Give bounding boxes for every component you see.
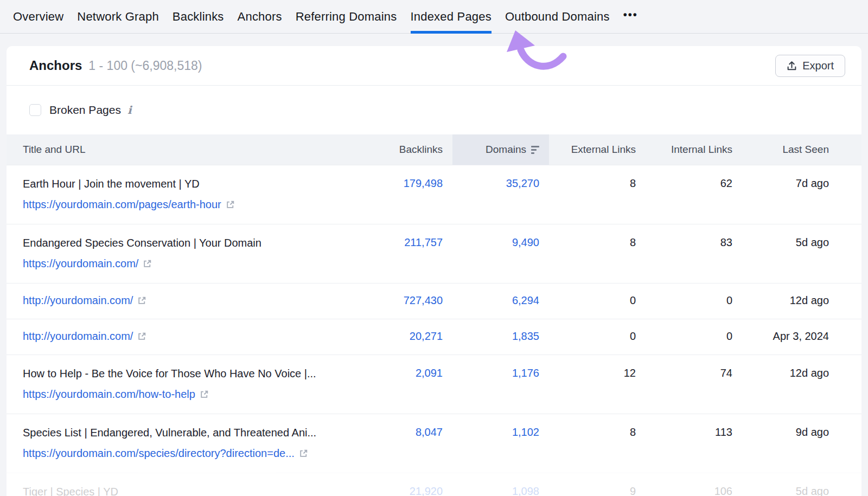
backlinks-cell: 8,047 (356, 426, 452, 460)
column-header-domains[interactable]: Domains (452, 134, 549, 165)
result-range-count: 1 - 100 (~6,908,518) (88, 59, 202, 73)
tab-overview[interactable]: Overview (13, 0, 63, 33)
page-title-text: Earth Hour | Join the movement | YD (23, 177, 356, 190)
backlinks-count-link[interactable]: 8,047 (416, 426, 443, 438)
backlinks-count-link[interactable]: 20,271 (410, 330, 443, 342)
page-url-link[interactable]: http://yourdomain.com/ (23, 330, 133, 342)
backlinks-count-link[interactable]: 211,757 (404, 236, 443, 248)
tab-outbound-domains[interactable]: Outbound Domains (505, 0, 610, 33)
title-url-cell: Species List | Endangered, Vulnerable, a… (7, 426, 356, 460)
sort-desc-icon (531, 146, 539, 154)
panel-header: Anchors 1 - 100 (~6,908,518) Export (7, 46, 861, 85)
external-links-cell: 8 (549, 426, 646, 460)
upload-icon (787, 61, 797, 71)
column-header-external-links[interactable]: External Links (549, 134, 646, 165)
page-title-text: Species List | Endangered, Vulnerable, a… (23, 426, 356, 439)
column-header-title-url[interactable]: Title and URL (7, 134, 356, 165)
backlinks-cell: 2,091 (356, 367, 452, 401)
column-header-last-seen[interactable]: Last Seen (742, 134, 839, 165)
table-row: http://yourdomain.com/ 727,430 6,294 0 0… (7, 283, 861, 319)
export-button-label: Export (802, 60, 834, 72)
backlinks-count-link[interactable]: 179,498 (404, 177, 443, 189)
backlinks-count-link[interactable]: 727,430 (404, 294, 443, 306)
page-url-link[interactable]: http://yourdomain.com/ (23, 294, 133, 306)
tab-backlinks[interactable]: Backlinks (173, 0, 224, 33)
table-row: http://yourdomain.com/ 20,271 1,835 0 0 … (7, 319, 861, 355)
backlinks-cell: 179,498 (356, 177, 452, 211)
backlinks-cell: 21,920 (356, 485, 452, 496)
backlinks-count-link[interactable]: 21,920 (410, 485, 443, 496)
domains-count-link[interactable]: 9,490 (512, 236, 539, 248)
page-url-link[interactable]: https://yourdomain.com/how-to-help (23, 388, 195, 400)
title-url-cell: http://yourdomain.com/ (7, 330, 356, 343)
internal-links-cell: 106 (646, 485, 742, 496)
internal-links-cell: 113 (646, 426, 742, 460)
domains-cell: 6,294 (452, 294, 549, 307)
column-header-domains-label: Domains (486, 144, 526, 156)
table-row: Species List | Endangered, Vulnerable, a… (7, 414, 861, 473)
external-link-icon[interactable] (299, 449, 308, 458)
title-url-cell: Endangered Species Conservation | Your D… (7, 236, 356, 270)
external-links-cell: 0 (549, 330, 646, 343)
page-url-link[interactable]: https://yourdomain.com/species/directory… (23, 447, 295, 459)
table-row: Tiger | Species | YD 21,920 1,098 9 106 … (7, 473, 861, 496)
page-title-text: How to Help - Be the Voice for Those Who… (23, 367, 356, 380)
column-header-internal-links[interactable]: Internal Links (646, 134, 742, 165)
tab-anchors[interactable]: Anchors (238, 0, 282, 33)
domains-cell: 1,102 (452, 426, 549, 460)
column-header-backlinks[interactable]: Backlinks (356, 134, 452, 165)
page-title: Anchors (29, 58, 82, 73)
domains-cell: 1,176 (452, 367, 549, 401)
domains-cell: 9,490 (452, 236, 549, 270)
info-icon[interactable]: i (127, 104, 132, 117)
page-url-link[interactable]: https://yourdomain.com/pages/earth-hour (23, 198, 221, 210)
title-url-cell: How to Help - Be the Voice for Those Who… (7, 367, 356, 401)
external-link-icon[interactable] (137, 332, 146, 341)
page-title-text: Endangered Species Conservation | Your D… (23, 236, 356, 249)
page-url-link[interactable]: https://yourdomain.com/ (23, 257, 138, 269)
external-links-cell: 0 (549, 294, 646, 307)
backlinks-cell: 20,271 (356, 330, 452, 343)
last-seen-cell: 9d ago (742, 426, 839, 460)
filter-bar: Broken Pages i (7, 86, 861, 134)
domains-count-link[interactable]: 6,294 (512, 294, 539, 306)
tab-network-graph[interactable]: Network Graph (77, 0, 159, 33)
last-seen-cell: 5d ago (742, 236, 839, 270)
last-seen-cell: 5d ago (742, 485, 839, 496)
internal-links-cell: 0 (646, 330, 742, 343)
external-link-icon[interactable] (226, 200, 235, 209)
last-seen-cell: Apr 3, 2024 (742, 330, 839, 343)
external-links-cell: 9 (549, 485, 646, 496)
tab-indexed-pages[interactable]: Indexed Pages (411, 0, 492, 33)
internal-links-cell: 74 (646, 367, 742, 401)
domains-count-link[interactable]: 1,835 (512, 330, 539, 342)
tab-referring-domains[interactable]: Referring Domains (296, 0, 397, 33)
backlinks-count-link[interactable]: 2,091 (416, 367, 443, 379)
backlinks-cell: 727,430 (356, 294, 452, 307)
report-tab-bar: Overview Network Graph Backlinks Anchors… (0, 0, 868, 34)
domains-cell: 1,835 (452, 330, 549, 343)
external-link-icon[interactable] (137, 296, 146, 305)
internal-links-cell: 83 (646, 236, 742, 270)
export-button[interactable]: Export (775, 55, 845, 77)
more-tabs-ellipsis-icon[interactable]: ••• (623, 0, 638, 33)
domains-count-link[interactable]: 1,098 (512, 485, 539, 496)
table-row: Endangered Species Conservation | Your D… (7, 224, 861, 283)
domains-count-link[interactable]: 1,176 (512, 367, 539, 379)
table-row: Earth Hour | Join the movement | YD http… (7, 165, 861, 224)
title-url-cell: http://yourdomain.com/ (7, 294, 356, 307)
last-seen-cell: 12d ago (742, 294, 839, 307)
domains-cell: 1,098 (452, 485, 549, 496)
backlinks-cell: 211,757 (356, 236, 452, 270)
broken-pages-label: Broken Pages (49, 104, 121, 117)
external-link-icon[interactable] (143, 259, 152, 268)
domains-cell: 35,270 (452, 177, 549, 211)
broken-pages-checkbox[interactable] (29, 104, 41, 116)
domains-count-link[interactable]: 35,270 (506, 177, 539, 189)
external-link-icon[interactable] (200, 390, 209, 399)
external-links-cell: 12 (549, 367, 646, 401)
domains-count-link[interactable]: 1,102 (512, 426, 539, 438)
last-seen-cell: 7d ago (742, 177, 839, 211)
title-url-cell: Earth Hour | Join the movement | YD http… (7, 177, 356, 211)
title-url-cell: Tiger | Species | YD (7, 485, 356, 496)
